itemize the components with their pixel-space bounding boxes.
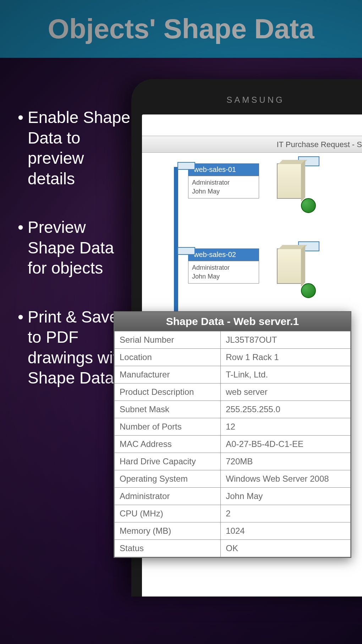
- property-name: Manufacturer: [115, 366, 221, 383]
- table-row: Memory (MB)1024: [115, 522, 351, 540]
- property-name: Memory (MB): [115, 522, 221, 540]
- diagram-shape[interactable]: web-sales-01 Administrator John May: [188, 163, 362, 209]
- property-name: Subnet Mask: [115, 401, 221, 418]
- phone-brand-label: SAMSUNG: [226, 95, 284, 105]
- property-name: Administrator: [115, 488, 221, 505]
- table-row: CPU (MHz)2: [115, 505, 351, 522]
- feature-item: Enable Shape Data to preview details: [18, 107, 135, 189]
- property-name: Hard Drive Capacity: [115, 453, 221, 470]
- property-name: Serial Number: [115, 331, 221, 349]
- property-value: John May: [221, 488, 351, 505]
- property-name: Location: [115, 349, 221, 366]
- property-value: JL35T87OUT: [221, 331, 351, 349]
- shape-name: web-sales-01: [188, 163, 259, 176]
- table-row: StatusOK: [115, 540, 351, 557]
- property-value: A0-27-B5-4D-C1-EE: [221, 436, 351, 453]
- feature-item: Preview Shape Data for objects: [18, 217, 135, 279]
- property-value: web server: [221, 383, 351, 401]
- table-row: Operating SystemWindows Web Server 2008: [115, 470, 351, 488]
- property-value: Windows Web Server 2008: [221, 470, 351, 488]
- table-row: Number of Ports12: [115, 418, 351, 436]
- table-row: Product Descriptionweb server: [115, 383, 351, 401]
- table-row: Subnet Mask255.255.255.0: [115, 401, 351, 418]
- property-value: Row 1 Rack 1: [221, 349, 351, 366]
- table-row: ManufacturerT-Link, Ltd.: [115, 366, 351, 383]
- property-name: MAC Address: [115, 436, 221, 453]
- screen-titlebar: IT Purchase Request - S: [142, 136, 362, 153]
- property-value: 255.255.255.0: [221, 401, 351, 418]
- globe-icon: [301, 198, 316, 213]
- diagram-shape[interactable]: web-sales-02 Administrator John May: [188, 248, 362, 295]
- property-value: 12: [221, 418, 351, 436]
- table-row: AdministratorJohn May: [115, 488, 351, 505]
- table-row: LocationRow 1 Rack 1: [115, 349, 351, 366]
- tag-icon: [177, 162, 195, 170]
- property-value: T-Link, Ltd.: [221, 366, 351, 383]
- property-name: Number of Ports: [115, 418, 221, 436]
- server-icon: [273, 248, 312, 295]
- property-value: 2: [221, 505, 351, 522]
- property-value: 720MB: [221, 453, 351, 470]
- tag-icon: [177, 247, 195, 255]
- property-name: Product Description: [115, 383, 221, 401]
- globe-icon: [301, 283, 316, 298]
- shape-name: web-sales-02: [188, 248, 259, 261]
- shape-data-table: Serial NumberJL35T87OUTLocationRow 1 Rac…: [114, 331, 351, 557]
- property-name: Status: [115, 540, 221, 557]
- property-name: CPU (MHz): [115, 505, 221, 522]
- table-row: Hard Drive Capacity720MB: [115, 453, 351, 470]
- popup-title: Shape Data - Web server.1: [114, 312, 351, 331]
- property-value: 1024: [221, 522, 351, 540]
- server-icon: [273, 163, 312, 209]
- table-row: MAC AddressA0-27-B5-4D-C1-EE: [115, 436, 351, 453]
- shape-details: Administrator John May: [188, 261, 259, 284]
- property-value: OK: [221, 540, 351, 557]
- property-name: Operating System: [115, 470, 221, 488]
- shape-details: Administrator John May: [188, 176, 259, 198]
- shape-data-popup[interactable]: Shape Data - Web server.1 Serial NumberJ…: [114, 311, 351, 558]
- table-row: Serial NumberJL35T87OUT: [115, 331, 351, 349]
